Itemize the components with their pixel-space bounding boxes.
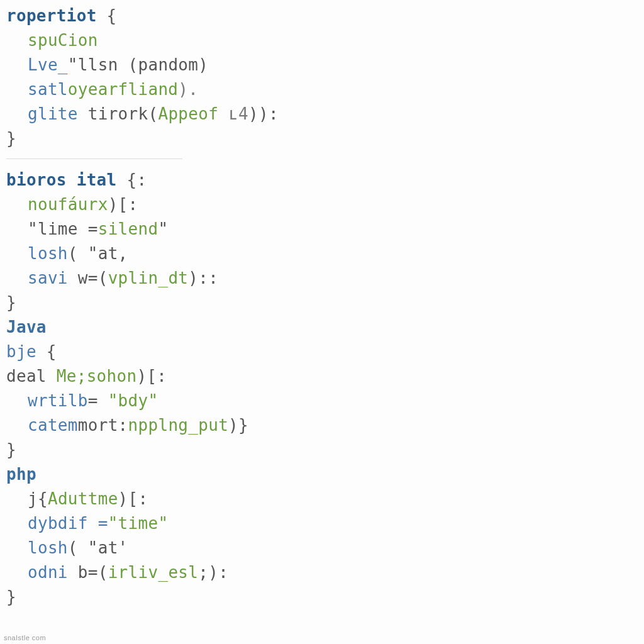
token: {:	[117, 170, 147, 189]
token: }	[6, 440, 16, 459]
token: oyearfliand	[68, 80, 179, 99]
code-line: "lime =silend"	[6, 217, 638, 242]
block4-head: php	[6, 462, 638, 487]
code-line: j{Aduttme)[:	[6, 487, 638, 511]
token: ).	[178, 80, 198, 99]
code-line: odni b=(irliv_esl;):	[6, 560, 638, 585]
token: )[:	[108, 195, 138, 214]
token: "	[158, 219, 168, 238]
code-line: deal Me;sohon)[:	[6, 364, 638, 389]
token: )[:	[118, 489, 148, 508]
token: wrtilb	[28, 391, 88, 410]
code-line: bje {	[6, 340, 638, 364]
token: vplin_dt	[108, 269, 189, 287]
token: ʟ4	[218, 104, 248, 123]
token: (	[148, 104, 158, 123]
token: bje	[6, 342, 36, 361]
block-close: }	[6, 126, 638, 151]
token: glite	[28, 104, 88, 123]
block1-head: ropertiot {	[6, 4, 638, 28]
token: "llsn	[68, 55, 128, 74]
token: spuCion	[28, 31, 98, 50]
token: b=(	[78, 563, 108, 582]
token: deal	[6, 367, 57, 386]
token: odni	[28, 563, 78, 582]
code-line: losh( "at,	[6, 242, 638, 266]
code-line: catemmort:npplng_put)}	[6, 413, 638, 438]
token: {	[97, 6, 117, 25]
token: ropertiot	[6, 6, 97, 25]
token: Lve_	[28, 55, 68, 74]
code-line: satloyearfliand).	[6, 77, 638, 102]
token: )[:	[136, 367, 167, 386]
block-close: }	[6, 585, 638, 609]
token: )::	[188, 269, 218, 287]
token: dybdif =	[28, 514, 108, 533]
token: Me;sohon	[57, 367, 137, 386]
code-line: spuCion	[6, 28, 638, 53]
block-close: }	[6, 438, 638, 462]
token: satl	[28, 80, 68, 99]
code-line: wrtilb= "bdy"	[6, 389, 638, 413]
token: j{	[28, 489, 48, 508]
token: )}	[228, 416, 248, 435]
token: irliv_esl	[108, 563, 199, 582]
token: Aduttme	[48, 489, 118, 508]
code-editor: ropertiot { spuCion Lve_"llsn (pandom) s…	[0, 0, 644, 609]
token: losh	[28, 244, 68, 263]
block3-head: Java	[6, 315, 638, 340]
code-line: Lve_"llsn (pandom)	[6, 53, 638, 77]
token: =	[88, 391, 108, 410]
token: tirork	[88, 104, 148, 123]
token: ;):	[198, 563, 228, 582]
token: w=(	[78, 269, 108, 287]
token: "lime =	[28, 219, 98, 238]
token: Appeof	[158, 104, 218, 123]
token: ( "at,	[68, 244, 128, 263]
token: mort:	[78, 416, 128, 435]
token: losh	[28, 538, 68, 557]
token: noufáurx	[28, 195, 108, 214]
token: npplng_put	[128, 416, 229, 435]
separator	[6, 158, 182, 159]
token: ( "at'	[68, 538, 128, 557]
code-line: glite tirork(Appeof ʟ4)):	[6, 102, 638, 126]
token: Java	[6, 318, 47, 336]
block-close: }	[6, 291, 638, 315]
token: bioros ital	[6, 170, 117, 189]
token: catem	[28, 416, 78, 435]
code-line: noufáurx)[:	[6, 192, 638, 217]
token: {	[36, 342, 57, 361]
watermark: snalstle com	[4, 633, 46, 643]
code-line: savi w=(vplin_dt)::	[6, 266, 638, 291]
block2-head: bioros ital {:	[6, 168, 638, 192]
token: php	[6, 465, 36, 484]
token: silend	[98, 219, 158, 238]
token: "bdy"	[108, 391, 158, 410]
token: }	[6, 293, 16, 312]
token: }	[6, 587, 16, 606]
code-line: dybdif ="time"	[6, 511, 638, 536]
token: (pandom)	[128, 55, 209, 74]
token: savi	[28, 269, 78, 287]
token: "time"	[108, 514, 169, 533]
token: }	[6, 129, 16, 148]
token: )):	[248, 104, 279, 123]
code-line: losh( "at'	[6, 536, 638, 560]
